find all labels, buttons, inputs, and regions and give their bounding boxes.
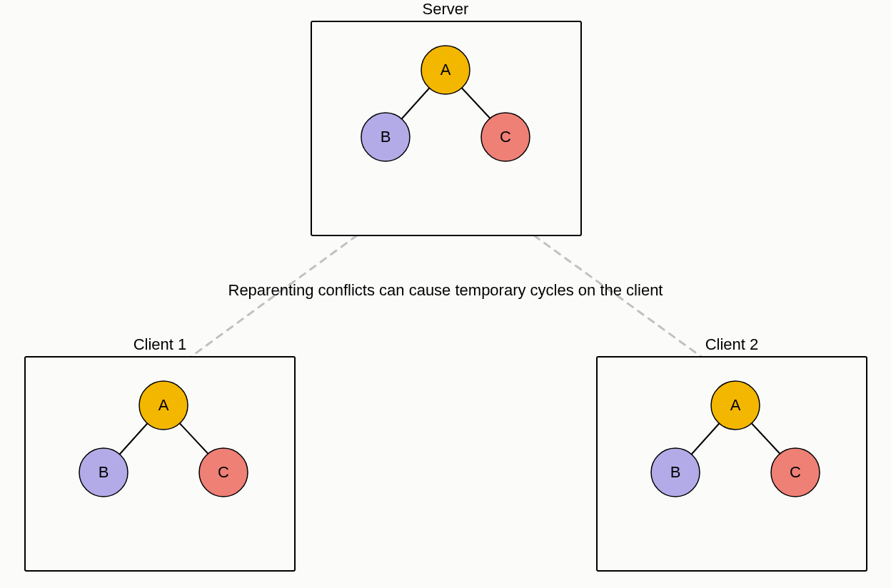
server-node-b-label: B	[381, 128, 391, 146]
server-node-b: B	[361, 113, 410, 161]
panel-client1: Client 1 A B C	[25, 335, 295, 571]
panel-client2-title: Client 2	[705, 335, 759, 353]
client2-node-c: C	[771, 448, 820, 497]
client2-node-b-label: B	[670, 463, 681, 481]
connector-server-client2	[534, 235, 721, 371]
diagram-caption: Reparenting conflicts can cause temporar…	[228, 281, 663, 299]
server-node-c: C	[481, 113, 530, 161]
diagram-canvas: Reparenting conflicts can cause temporar…	[0, 0, 891, 588]
client1-node-c-label: C	[218, 463, 229, 481]
client1-node-a-label: A	[158, 396, 169, 414]
panel-client1-title: Client 1	[134, 335, 187, 353]
client1-node-c: C	[199, 448, 248, 497]
panel-server: Server A B C	[311, 0, 581, 235]
connector-server-client1	[171, 235, 357, 371]
client2-node-a-label: A	[730, 396, 741, 414]
client2-node-b: B	[651, 448, 700, 497]
client2-node-c-label: C	[790, 463, 801, 481]
server-node-a-label: A	[441, 61, 451, 78]
panel-client2: Client 2 A B C	[597, 335, 867, 571]
client1-node-b: B	[79, 448, 128, 497]
panel-server-title: Server	[423, 0, 469, 18]
server-node-c-label: C	[500, 128, 511, 146]
server-node-a: A	[421, 46, 470, 94]
client1-node-b-label: B	[99, 463, 109, 481]
client1-node-a: A	[139, 381, 188, 430]
client2-node-a: A	[711, 381, 760, 430]
